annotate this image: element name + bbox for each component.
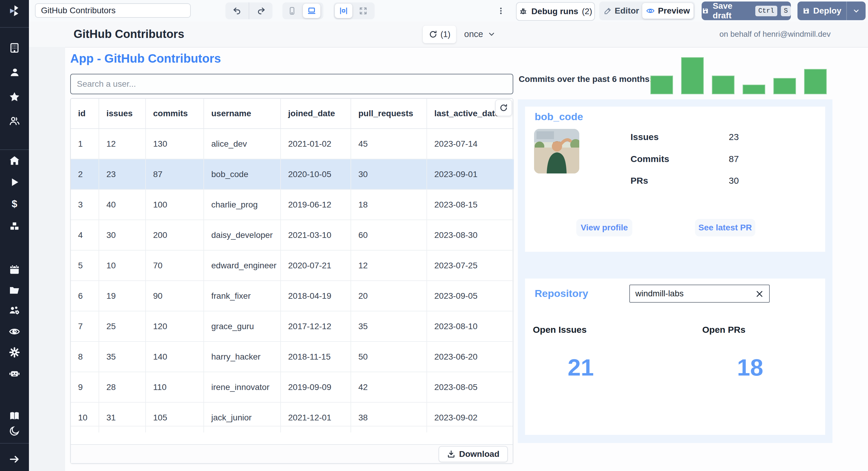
settings-gear-icon[interactable] bbox=[8, 346, 21, 359]
table-cell: 4 bbox=[71, 220, 99, 250]
save-icon bbox=[702, 7, 709, 15]
table-refresh-button[interactable] bbox=[495, 99, 512, 116]
close-icon bbox=[755, 290, 764, 298]
table-row[interactable]: 835140harry_hacker2018-11-15502023-06-20 bbox=[71, 341, 514, 372]
table-row[interactable]: 22387bob_code2020-10-05302023-09-01 bbox=[71, 159, 514, 190]
see-latest-pr-button[interactable]: See latest PR bbox=[695, 219, 755, 236]
clear-input-button[interactable] bbox=[754, 289, 765, 299]
save-draft-button[interactable]: Save draft Ctrl S bbox=[702, 1, 791, 20]
folder-icon[interactable] bbox=[8, 284, 21, 297]
table-cell: 2023-07-25 bbox=[427, 250, 514, 281]
table-cell: 2023-08-05 bbox=[427, 372, 514, 402]
fullscreen-toggle[interactable] bbox=[353, 2, 373, 19]
user-cog-icon[interactable] bbox=[8, 304, 21, 317]
calendar-icon[interactable] bbox=[8, 263, 21, 276]
repository-input[interactable] bbox=[629, 284, 770, 303]
save-icon bbox=[802, 7, 810, 15]
table-cell: 50 bbox=[351, 341, 427, 372]
table-row[interactable]: 61990frank_fixer2018-04-19202023-09-05 bbox=[71, 281, 514, 311]
table-cell: 42 bbox=[351, 372, 427, 402]
user-group-icon[interactable] bbox=[8, 114, 21, 128]
arrow-right-icon[interactable] bbox=[8, 452, 21, 466]
undo-button[interactable] bbox=[225, 2, 249, 19]
download-button[interactable]: Download bbox=[438, 446, 508, 462]
canvas-gutter bbox=[29, 47, 65, 471]
table-row[interactable]: 51070edward_engineer2020-07-21122023-07-… bbox=[71, 250, 514, 281]
table-cell: irene_innovator bbox=[204, 372, 281, 402]
table-cell: charlie_prog bbox=[204, 190, 281, 220]
home-icon[interactable] bbox=[8, 154, 21, 167]
user-icon[interactable] bbox=[8, 66, 21, 79]
table-cell: 110 bbox=[146, 372, 204, 402]
preview-tab[interactable]: Preview bbox=[642, 3, 693, 19]
table-row[interactable]: 928110irene_innovator2019-09-09422023-08… bbox=[71, 372, 514, 402]
debug-runs-count: (2) bbox=[582, 7, 592, 16]
column-header-username: username bbox=[204, 99, 281, 129]
table-cell: 90 bbox=[146, 281, 204, 311]
right-panel: bob_code Issues 23 Commits 87 bbox=[518, 99, 832, 443]
top-toolbar: Debug runs (2) Editor Preview Sa bbox=[29, 0, 868, 22]
table-cell: 100 bbox=[146, 190, 204, 220]
open-prs-label: Open PRs bbox=[702, 325, 745, 335]
table-cell: 30 bbox=[99, 220, 146, 250]
dollar-icon[interactable]: $ bbox=[8, 197, 21, 210]
redo-button[interactable] bbox=[249, 2, 273, 19]
table-cell: 87 bbox=[146, 159, 204, 190]
table-cell: 2021-03-10 bbox=[281, 220, 351, 250]
user-card: bob_code Issues 23 Commits 87 bbox=[525, 107, 825, 252]
center-width-toggle[interactable] bbox=[335, 4, 352, 18]
sidebar-divider bbox=[0, 149, 29, 150]
desktop-view-toggle[interactable] bbox=[303, 4, 320, 18]
sidebar-divider bbox=[0, 443, 29, 444]
play-icon[interactable] bbox=[8, 175, 21, 189]
search-input[interactable] bbox=[70, 74, 513, 94]
table-cell: 12 bbox=[99, 129, 146, 159]
table-cell: 60 bbox=[351, 220, 427, 250]
debug-runs-button[interactable]: Debug runs (2) bbox=[516, 2, 595, 21]
stat-issues-value: 23 bbox=[729, 132, 739, 142]
building-icon[interactable] bbox=[8, 41, 21, 55]
table-cell: 2017-12-12 bbox=[281, 311, 351, 341]
robot-icon[interactable] bbox=[8, 367, 21, 380]
table-row[interactable]: 430200daisy_developer2021-03-10602023-08… bbox=[71, 220, 514, 250]
commit-bar-4 bbox=[743, 85, 765, 94]
table-row[interactable]: 112130alice_dev2021-01-02452023-07-14 bbox=[71, 129, 514, 159]
eye-icon[interactable] bbox=[8, 325, 21, 338]
table-row[interactable]: 340100charlie_prog2019-06-12182023-08-15 bbox=[71, 190, 514, 220]
table-cell: 25 bbox=[99, 311, 146, 341]
editor-tab[interactable]: Editor bbox=[601, 6, 642, 16]
app-refresh-button[interactable]: (1) bbox=[423, 25, 456, 43]
table-cell: 6 bbox=[71, 281, 99, 311]
table-cell: 18 bbox=[351, 190, 427, 220]
chevron-down-icon bbox=[852, 7, 860, 15]
column-header-id: id bbox=[71, 99, 99, 129]
deploy-button[interactable]: Deploy bbox=[798, 1, 846, 20]
app-header-bar: GitHub Contributors (1) once on behalf o… bbox=[29, 22, 868, 47]
stat-prs-label: PRs bbox=[630, 175, 648, 186]
view-profile-button[interactable]: View profile bbox=[576, 219, 632, 236]
table-row[interactable]: 725120grace_guru2017-12-12352023-08-10 bbox=[71, 311, 514, 341]
packages-icon[interactable] bbox=[8, 220, 21, 233]
windmill-logo[interactable] bbox=[8, 4, 21, 18]
schedule-dropdown[interactable]: once bbox=[464, 25, 496, 43]
repository-title: Repository bbox=[535, 288, 588, 299]
windmill-app-preview: $ bbox=[0, 0, 868, 471]
refresh-icon bbox=[429, 30, 438, 39]
table-cell: 8 bbox=[71, 341, 99, 372]
app-title-input[interactable] bbox=[35, 3, 191, 18]
star-icon[interactable] bbox=[8, 90, 21, 104]
user-card-title: bob_code bbox=[535, 111, 583, 123]
deploy-dropdown-button[interactable] bbox=[847, 1, 866, 20]
open-prs-value: 18 bbox=[724, 354, 776, 381]
on-behalf-text: on behalf of henri@windmill.dev bbox=[719, 30, 831, 39]
app-heading: App - GitHub Contributors bbox=[70, 52, 221, 65]
moon-icon[interactable] bbox=[8, 424, 21, 438]
commit-bar-1 bbox=[650, 76, 673, 94]
pencil-icon bbox=[604, 7, 612, 15]
mobile-view-toggle[interactable] bbox=[282, 2, 302, 19]
deploy-split-button: Deploy bbox=[798, 1, 866, 20]
column-header-joined_date: joined_date bbox=[281, 99, 351, 129]
book-icon[interactable] bbox=[8, 409, 21, 423]
more-menu-kebab-icon[interactable] bbox=[494, 4, 507, 18]
table-cell: 2018-04-19 bbox=[281, 281, 351, 311]
